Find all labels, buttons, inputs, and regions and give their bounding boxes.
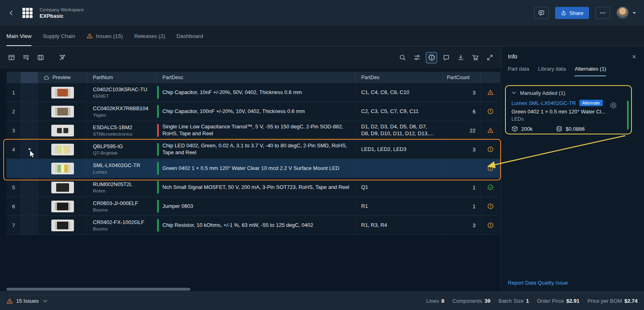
alternate-part-link[interactable]: Lumex SML-LX0402GC-TR: [511, 100, 576, 106]
tab-dashboard[interactable]: Dashboard: [177, 26, 203, 46]
table-row[interactable]: 3ESDALC5-1BM2STMicroelectronicsSingle Li…: [6, 121, 500, 140]
cell-desc: Nch Small Signal MOSFET, 50 V, 200 mA, 3…: [157, 178, 356, 197]
part-preview-image[interactable]: [51, 201, 74, 212]
add-row-button[interactable]: [20, 52, 32, 63]
tab-releases-2[interactable]: Releases (2): [134, 26, 165, 46]
part-preview-image[interactable]: [51, 144, 74, 155]
table-settings-button[interactable]: [35, 52, 46, 63]
column-header-partdes[interactable]: PartDes: [356, 72, 443, 83]
info-tab-part-data[interactable]: Part data: [508, 66, 529, 76]
back-button[interactable]: [6, 8, 16, 18]
filter-sliders-button[interactable]: [411, 52, 423, 63]
download-button[interactable]: [455, 52, 466, 63]
search-button[interactable]: [397, 52, 408, 63]
alert-circle-icon[interactable]: [487, 146, 494, 153]
cart-button[interactable]: [469, 52, 481, 63]
alternate-part-card[interactable]: Lumex SML-LX0402GC-TR Alternate Green 04…: [511, 100, 626, 132]
info-button[interactable]: [426, 52, 437, 63]
part-preview-image[interactable]: [51, 163, 74, 174]
status-bar: 15 Issues Lines8Components39Batch Size1O…: [0, 291, 644, 310]
part-preview-image[interactable]: [51, 220, 74, 231]
stat-lines: Lines8: [426, 298, 444, 304]
comments-button[interactable]: [440, 52, 452, 63]
column-header-partdesc[interactable]: PartDesc: [157, 72, 356, 83]
part-number: C0402C103K5RAC-TU: [93, 86, 147, 92]
cell-des: C2, C3, C5, C7, C9, C11: [356, 102, 443, 121]
alternate-part-number: SML-LX0402GC-TR: [529, 100, 576, 106]
header-label: PartNum: [93, 75, 113, 80]
alert-circle-icon[interactable]: [487, 165, 494, 172]
cell-preview: [38, 178, 87, 197]
manually-added-section[interactable]: Manually Added (1): [511, 90, 626, 96]
stat-value: $2.91: [566, 298, 580, 304]
select-alternate-radio[interactable]: [610, 102, 617, 109]
filter-sliders-icon: [414, 54, 421, 61]
warning-triangle-icon[interactable]: [487, 89, 494, 96]
part-preview-image[interactable]: [51, 125, 74, 136]
part-preview-image[interactable]: [51, 182, 74, 193]
cell-desc: Chip Capacitor, 10nF +/-20%, 50V, 0402, …: [157, 83, 356, 102]
stock-value: 200k: [521, 126, 532, 132]
alert-circle-icon[interactable]: [487, 203, 494, 209]
part-preview-image[interactable]: [51, 87, 74, 98]
expand-row-caret-icon[interactable]: [26, 146, 33, 153]
table-row[interactable]: 4QBLP595-IGQT-BrightekChip LED 0402, Gre…: [6, 140, 500, 159]
part-preview-image[interactable]: [51, 106, 74, 117]
manufacturer: Lumex: [93, 170, 107, 174]
info-tab-library-data[interactable]: Library data: [538, 66, 566, 76]
tab-label: Releases (2): [134, 33, 165, 39]
lifecycle-bar: [627, 101, 629, 130]
lifecycle-bar: [157, 143, 159, 156]
set-columns-icon: [8, 54, 15, 61]
table-row[interactable]: 1C0402C103K5RAC-TUKEMETChip Capacitor, 1…: [6, 83, 500, 102]
stat-value: 39: [484, 298, 490, 304]
designators: D1, D2, D3, D4, D5, D6, D7, D8, D9, D10,…: [361, 124, 437, 137]
topbar: Company Workspace EXPbasic Share: [0, 0, 644, 26]
cell-des: R1: [356, 197, 443, 216]
info-panel-title: Info: [508, 53, 517, 60]
cell-preview: [38, 83, 87, 102]
designators: C2, C3, C5, C7, C9, C11: [361, 108, 419, 115]
alert-circle-icon[interactable]: [487, 108, 494, 115]
part-number: CR0603-J/-000ELF: [93, 200, 138, 206]
cell-sel: [21, 83, 38, 102]
table-row[interactable]: 6CR0603-J/-000ELFBournsJumper 0603R11: [6, 197, 500, 216]
cell-count: 3: [443, 140, 481, 159]
horizontal-scrollbar[interactable]: [6, 288, 190, 291]
more-button[interactable]: [596, 7, 610, 19]
feedback-button[interactable]: [534, 7, 549, 19]
info-panel-header: Info: [501, 46, 644, 64]
stat-label: Order Price: [537, 298, 564, 304]
user-menu[interactable]: [617, 7, 638, 19]
expand-icon: [486, 54, 493, 61]
table-row[interactable]: 5RUM002N05T2LRohmNch Small Signal MOSFET…: [6, 178, 500, 197]
workspace-name: Company Workspace: [40, 7, 84, 12]
part-description: Chip LED 0402, Green, 0.02 A, 3.1 to 3.7…: [162, 142, 349, 156]
info-icon: [428, 54, 435, 61]
share-button[interactable]: Share: [555, 7, 589, 19]
expand-button[interactable]: [484, 52, 495, 63]
cell-sel: [21, 159, 38, 178]
cell-status: [481, 121, 500, 140]
set-columns-button[interactable]: [6, 52, 17, 63]
check-circle-icon[interactable]: [487, 184, 494, 191]
tab-issues-15[interactable]: Issues (15): [86, 26, 123, 46]
table-row-alternate[interactable]: SML-LX0402GC-TRLumexGreen 0402 1 × 0.5 m…: [6, 159, 500, 178]
warning-triangle-icon[interactable]: [487, 127, 494, 134]
info-tab-alternates-1[interactable]: Alternates (1): [575, 66, 606, 76]
alternate-description: Green 0402 1 × 0.5 mm 120° Water Cl...: [511, 109, 613, 115]
table-row[interactable]: 7CR0402-FX-1002GLFBournsChip Resistor, 1…: [6, 216, 500, 235]
tab-supply-chain[interactable]: Supply Chain: [43, 26, 75, 46]
column-header-preview[interactable]: Preview: [38, 72, 87, 83]
table-row[interactable]: 2CC0402KRX7R6BB104YageoChip Capacitor, 1…: [6, 102, 500, 121]
manufacturer: QT-Brightek: [93, 151, 118, 155]
column-header-partnum[interactable]: PartNum: [87, 72, 157, 83]
lifecycle-bar: [157, 124, 159, 137]
clear-filters-button[interactable]: [57, 52, 68, 63]
report-data-quality-link[interactable]: Report Data Quality Issue: [508, 280, 568, 286]
alert-circle-icon[interactable]: [487, 222, 494, 228]
column-header-partcount[interactable]: PartCount: [443, 72, 481, 83]
issues-summary[interactable]: 15 Issues: [6, 298, 48, 304]
tab-main-view[interactable]: Main View: [6, 26, 32, 46]
close-info-panel-button[interactable]: [630, 53, 638, 60]
